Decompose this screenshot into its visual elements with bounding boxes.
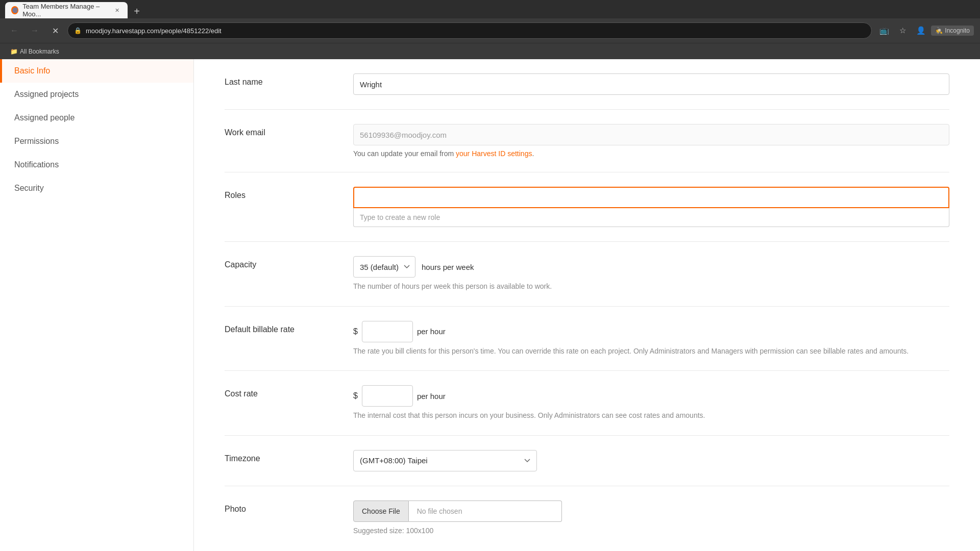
- email-hint-text: You can update your email from your Harv…: [353, 149, 949, 158]
- timezone-row: Timezone (GMT+08:00) Taipei: [225, 436, 949, 486]
- sidebar-item-assigned-projects[interactable]: Assigned projects: [0, 83, 193, 106]
- timezone-field-content: (GMT+08:00) Taipei: [353, 450, 949, 471]
- billable-rate-input[interactable]: [362, 321, 413, 342]
- file-input-wrapper: Choose File No file chosen: [353, 500, 949, 522]
- capacity-unit: hours per week: [422, 263, 474, 271]
- roles-field-content: Type to create a new role: [353, 187, 949, 227]
- cast-icon[interactable]: 📺: [876, 22, 892, 39]
- cost-rate-input-row: $ per hour: [353, 385, 949, 407]
- main-form: Last name Work email You can update your…: [194, 59, 980, 551]
- active-tab[interactable]: 🌀 Team Members Manage – Moo... ✕: [5, 2, 128, 18]
- sidebar-item-security[interactable]: Security: [0, 177, 193, 200]
- roles-input[interactable]: [353, 187, 949, 208]
- last-name-row: Last name: [225, 59, 949, 110]
- bookmarks-label: All Bookmarks: [20, 48, 59, 55]
- last-name-input[interactable]: [353, 73, 949, 95]
- photo-label: Photo: [225, 500, 337, 514]
- timezone-label: Timezone: [225, 450, 337, 463]
- toolbar-right-controls: 📺 ☆ 👤 🕵 Incognito: [876, 22, 974, 39]
- billable-rate-row: Default billable rate $ per hour The rat…: [225, 307, 949, 371]
- tab-bar: 🌀 Team Members Manage – Moo... ✕ +: [0, 0, 980, 18]
- no-file-text: No file chosen: [417, 507, 462, 515]
- url-text: moodjoy.harvestapp.com/people/4851222/ed…: [86, 27, 222, 35]
- new-tab-button[interactable]: +: [130, 4, 144, 18]
- lock-icon: 🔒: [74, 27, 82, 34]
- file-name-display: No file chosen: [409, 500, 562, 522]
- sidebar-item-assigned-people[interactable]: Assigned people: [0, 106, 193, 130]
- work-email-row: Work email You can update your email fro…: [225, 110, 949, 172]
- roles-wrapper: Type to create a new role: [353, 187, 949, 227]
- cost-rate-field-content: $ per hour The internal cost that this p…: [353, 385, 949, 421]
- cost-rate-row: Cost rate $ per hour The internal cost t…: [225, 371, 949, 436]
- sidebar-item-label: Permissions: [14, 137, 59, 145]
- roles-row: Roles Type to create a new role: [225, 172, 949, 242]
- work-email-label: Work email: [225, 124, 337, 137]
- capacity-select[interactable]: 35 (default): [353, 256, 415, 278]
- capacity-input-row: 35 (default) hours per week: [353, 256, 949, 278]
- profile-icon[interactable]: 👤: [913, 22, 929, 39]
- tab-favicon: 🌀: [11, 6, 18, 14]
- roles-label: Roles: [225, 187, 337, 200]
- photo-row: Photo Choose File No file chosen Suggest…: [225, 486, 949, 550]
- page-content: Basic Info Assigned projects Assigned pe…: [0, 59, 980, 551]
- cost-rate-input[interactable]: [362, 385, 413, 407]
- all-bookmarks-item[interactable]: 📁 All Bookmarks: [6, 46, 63, 57]
- capacity-row: Capacity 35 (default) hours per week The…: [225, 242, 949, 307]
- bookmarks-bar: 📁 All Bookmarks: [0, 43, 980, 59]
- sidebar-item-basic-info[interactable]: Basic Info: [0, 59, 193, 83]
- capacity-helper: The number of hours per week this person…: [353, 282, 949, 292]
- harvest-id-settings-link[interactable]: your Harvest ID settings: [456, 149, 532, 158]
- incognito-label: Incognito: [945, 27, 970, 34]
- sidebar-item-permissions[interactable]: Permissions: [0, 130, 193, 153]
- billable-rate-unit: per hour: [417, 327, 446, 336]
- sidebar-item-label: Assigned projects: [14, 90, 79, 98]
- billable-rate-field-content: $ per hour The rate you bill clients for…: [353, 321, 949, 357]
- cost-rate-label: Cost rate: [225, 385, 337, 398]
- incognito-icon: 🕵: [935, 27, 943, 34]
- tab-close-button[interactable]: ✕: [113, 6, 121, 15]
- work-email-input: [353, 124, 949, 145]
- billable-rate-helper: The rate you bill clients for this perso…: [353, 346, 949, 357]
- choose-file-button[interactable]: Choose File: [353, 500, 409, 522]
- sidebar: Basic Info Assigned projects Assigned pe…: [0, 59, 194, 551]
- cost-rate-unit: per hour: [417, 392, 446, 400]
- back-button[interactable]: ←: [6, 22, 22, 39]
- forward-button[interactable]: →: [27, 22, 43, 39]
- work-email-field-content: You can update your email from your Harv…: [353, 124, 949, 158]
- sidebar-item-label: Assigned people: [14, 113, 75, 122]
- photo-hint: Suggested size: 100x100: [353, 526, 949, 536]
- bookmarks-folder-icon: 📁: [10, 48, 18, 55]
- roles-dropdown-hint: Type to create a new role: [360, 213, 440, 221]
- timezone-select[interactable]: (GMT+08:00) Taipei: [353, 450, 537, 471]
- sidebar-item-label: Basic Info: [14, 66, 50, 75]
- tab-title: Team Members Manage – Moo...: [22, 3, 109, 18]
- address-bar[interactable]: 🔒 moodjoy.harvestapp.com/people/4851222/…: [67, 22, 872, 39]
- capacity-label: Capacity: [225, 256, 337, 269]
- last-name-label: Last name: [225, 73, 337, 87]
- roles-dropdown: Type to create a new role: [353, 208, 949, 227]
- sidebar-item-notifications[interactable]: Notifications: [0, 153, 193, 177]
- last-name-field-content: [353, 73, 949, 95]
- incognito-badge: 🕵 Incognito: [931, 26, 974, 36]
- reload-button[interactable]: ✕: [47, 22, 63, 39]
- cost-currency: $: [353, 391, 358, 400]
- billable-rate-label: Default billable rate: [225, 321, 337, 334]
- browser-toolbar: ← → ✕ 🔒 moodjoy.harvestapp.com/people/48…: [0, 18, 980, 43]
- capacity-field-content: 35 (default) hours per week The number o…: [353, 256, 949, 292]
- sidebar-item-label: Notifications: [14, 160, 59, 169]
- billable-rate-input-row: $ per hour: [353, 321, 949, 342]
- billable-currency: $: [353, 327, 358, 336]
- bookmark-icon[interactable]: ☆: [894, 22, 911, 39]
- photo-field-content: Choose File No file chosen Suggested siz…: [353, 500, 949, 536]
- cost-rate-helper: The internal cost that this person incur…: [353, 411, 949, 421]
- browser-window: 🌀 Team Members Manage – Moo... ✕ + ← → ✕…: [0, 0, 980, 551]
- sidebar-item-label: Security: [14, 184, 44, 192]
